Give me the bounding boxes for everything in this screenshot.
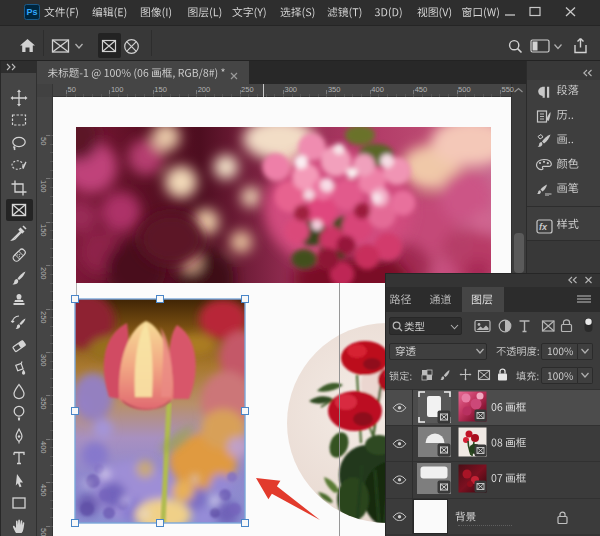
svg-text:fx: fx: [539, 222, 548, 232]
